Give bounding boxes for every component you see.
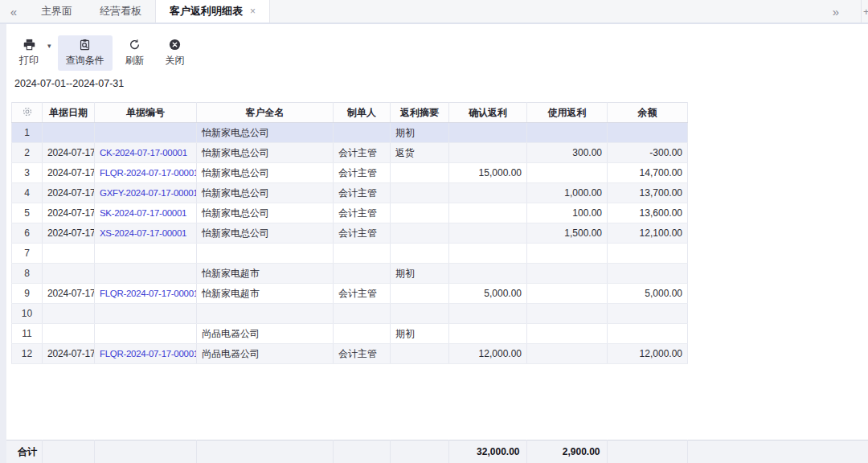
cell-balance: [608, 264, 688, 284]
cell-creator: 会计主管: [334, 284, 391, 304]
table-row[interactable]: 32024-07-17FLQR-2024-07-17-00001怡新家电总公司会…: [12, 163, 688, 183]
cell-confirmed-rebate: [449, 244, 527, 264]
totals-empty-cell: [333, 440, 390, 463]
doc-number-link[interactable]: FLQR-2024-07-17-00001: [100, 289, 197, 298]
cell-balance: -300.00: [608, 143, 688, 163]
tab-customer-rebate-report[interactable]: 客户返利明细表 ×: [155, 0, 270, 23]
doc-number-link[interactable]: SK-2024-07-17-00001: [100, 208, 186, 218]
table-header-row: 单据日期 单据编号 客户全名 制单人 返利摘要 确认返利 使用返利 余额: [12, 103, 688, 123]
totals-label: 合计: [6, 440, 42, 463]
totals-empty-cell: [42, 440, 94, 463]
table-row[interactable]: 92024-07-17FLQR-2024-07-17-00001怡新家电超市会计…: [12, 284, 688, 304]
refresh-button-label: 刷新: [125, 54, 145, 68]
close-tab-icon[interactable]: ×: [250, 6, 256, 16]
refresh-button[interactable]: 刷新: [117, 35, 153, 71]
cell-row-number: 10: [12, 304, 43, 324]
cell-rebate-summary: 期初: [391, 123, 449, 143]
tab-bar: « 主界面 经营看板 客户返利明细表 × » +: [0, 0, 868, 23]
column-header-balance[interactable]: 余额: [608, 103, 688, 123]
cell-doc-number: CK-2024-07-17-00001: [95, 143, 197, 163]
cell-used-rebate: 1,500.00: [527, 223, 608, 244]
table-row[interactable]: 42024-07-17GXFY-2024-07-17-00001怡新家电总公司会…: [12, 183, 688, 203]
cell-creator: 会计主管: [334, 143, 391, 163]
cell-creator: [334, 123, 391, 143]
cell-balance: 13,600.00: [608, 203, 688, 223]
table-row[interactable]: 122024-07-17FLQR-2024-07-17-00001尚品电器公司会…: [12, 344, 688, 364]
tab-customer-rebate-report-label: 客户返利明细表: [170, 4, 243, 18]
tab-bar-edge-button[interactable]: +: [861, 0, 868, 23]
cell-confirmed-rebate: [449, 223, 527, 244]
table-row[interactable]: 7: [12, 244, 688, 264]
cell-used-rebate: [527, 344, 608, 364]
date-range-text: 2024-07-01--2024-07-31: [14, 78, 124, 89]
column-header-creator[interactable]: 制单人: [334, 103, 391, 123]
column-header-rebate-summary[interactable]: 返利摘要: [391, 103, 449, 123]
doc-number-link[interactable]: FLQR-2024-07-17-00001: [100, 349, 197, 359]
cell-customer-name: [197, 304, 334, 324]
table-row[interactable]: 8怡新家电超市期初: [12, 264, 688, 284]
chevron-left-double-icon[interactable]: «: [0, 0, 27, 23]
doc-number-link[interactable]: CK-2024-07-17-00001: [100, 148, 187, 158]
cell-doc-date: 2024-07-17: [43, 183, 95, 203]
table-row[interactable]: 10: [12, 304, 688, 324]
totals-confirmed-rebate: 32,000.00: [448, 440, 526, 463]
cell-creator: [334, 324, 391, 344]
tab-main[interactable]: 主界面: [27, 0, 86, 23]
cell-used-rebate: [527, 163, 608, 183]
close-report-button[interactable]: 关闭: [158, 35, 193, 71]
cell-used-rebate: [527, 304, 608, 324]
left-edge-strip: [0, 24, 6, 463]
cell-used-rebate: [527, 244, 608, 264]
cell-rebate-summary: 期初: [391, 264, 449, 284]
printer-icon: [23, 39, 35, 51]
cell-confirmed-rebate: [449, 324, 527, 344]
doc-number-link[interactable]: FLQR-2024-07-17-00001: [100, 168, 197, 178]
cell-doc-date: [43, 123, 95, 143]
totals-empty-cell: [607, 440, 687, 463]
cell-creator: 会计主管: [334, 183, 391, 203]
cell-creator: 会计主管: [334, 223, 391, 244]
cell-rebate-summary: 返货: [391, 143, 449, 163]
table-row[interactable]: 52024-07-17SK-2024-07-17-00001怡新家电总公司会计主…: [12, 203, 688, 223]
grid-settings-button[interactable]: [12, 103, 43, 123]
column-header-confirmed-rebate[interactable]: 确认返利: [449, 103, 527, 123]
cell-doc-date: 2024-07-17: [43, 344, 95, 364]
doc-number-link[interactable]: GXFY-2024-07-17-00001: [100, 188, 197, 198]
cell-rebate-summary: [391, 344, 449, 364]
cell-confirmed-rebate: [449, 123, 527, 143]
close-circle-icon: [169, 39, 181, 51]
cell-creator: [334, 244, 391, 264]
cell-doc-date: 2024-07-17: [43, 163, 95, 183]
column-header-doc-date[interactable]: 单据日期: [43, 103, 95, 123]
doc-number-link[interactable]: XS-2024-07-17-00001: [100, 228, 186, 238]
totals-used-rebate: 2,900.00: [526, 440, 607, 463]
cell-creator: [334, 264, 391, 284]
cell-customer-name: 怡新家电总公司: [197, 123, 334, 143]
chevron-right-double-icon[interactable]: »: [821, 0, 850, 23]
table-row[interactable]: 62024-07-17XS-2024-07-17-00001怡新家电总公司会计主…: [12, 223, 688, 244]
cell-balance: 5,000.00: [608, 284, 688, 304]
cell-creator: 会计主管: [334, 344, 391, 364]
column-header-customer-name[interactable]: 客户全名: [197, 103, 334, 123]
cell-confirmed-rebate: 5,000.00: [449, 284, 527, 304]
column-header-used-rebate[interactable]: 使用返利: [527, 103, 608, 123]
tab-dashboard[interactable]: 经营看板: [86, 0, 155, 23]
table-row[interactable]: 22024-07-17CK-2024-07-17-00001怡新家电总公司会计主…: [12, 143, 688, 163]
query-conditions-button[interactable]: 查询条件: [58, 35, 113, 71]
totals-empty-cell: [687, 440, 868, 463]
table-row[interactable]: 11尚品电器公司期初: [12, 324, 688, 344]
print-button[interactable]: 打印: [11, 35, 47, 71]
column-header-doc-number[interactable]: 单据编号: [95, 103, 197, 123]
cell-balance: [608, 244, 688, 264]
cell-doc-date: [43, 244, 95, 264]
cell-customer-name: 怡新家电超市: [197, 284, 334, 304]
table-row[interactable]: 1怡新家电总公司期初: [12, 123, 688, 143]
cell-doc-number: GXFY-2024-07-17-00001: [95, 183, 197, 203]
cell-rebate-summary: [391, 223, 449, 244]
print-dropdown-caret-icon[interactable]: ▾: [47, 42, 51, 50]
cell-doc-date: 2024-07-17: [43, 223, 95, 244]
cell-rebate-summary: [391, 244, 449, 264]
tab-main-label: 主界面: [41, 4, 72, 18]
cell-used-rebate: [527, 123, 608, 143]
cell-rebate-summary: [391, 163, 449, 183]
